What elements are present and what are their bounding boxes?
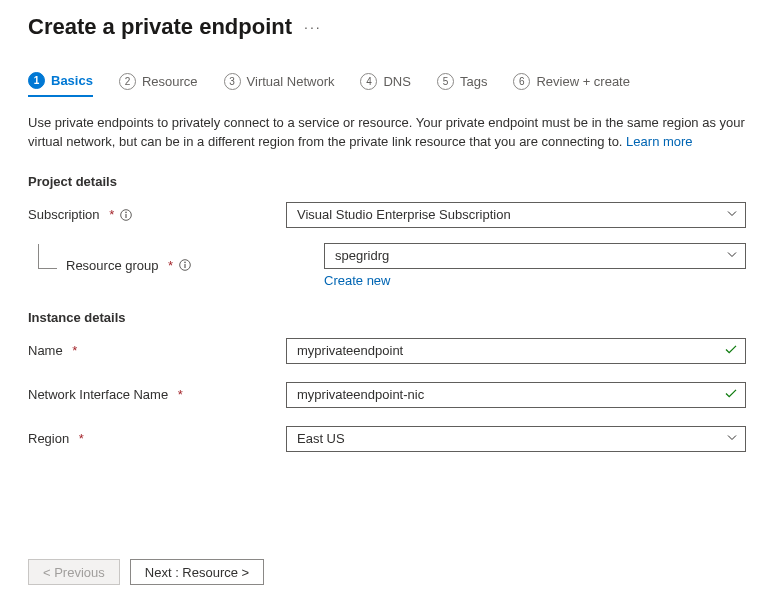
tab-basics[interactable]: 1 Basics (28, 72, 93, 97)
learn-more-link[interactable]: Learn more (626, 134, 692, 149)
tab-label: Review + create (536, 74, 630, 89)
svg-rect-5 (185, 264, 186, 268)
more-actions-icon[interactable]: ··· (304, 19, 322, 35)
subscription-select[interactable] (286, 202, 746, 228)
label-nic-name: Network Interface Name * (28, 387, 286, 402)
label-name: Name * (28, 343, 286, 358)
description-text: Use private endpoints to privately conne… (28, 114, 746, 152)
step-number-icon: 1 (28, 72, 45, 89)
section-project-details: Project details (28, 174, 746, 189)
page-title: Create a private endpoint (28, 14, 292, 40)
tab-dns[interactable]: 4 DNS (360, 73, 410, 96)
svg-rect-2 (126, 214, 127, 218)
name-input[interactable] (286, 338, 746, 364)
tab-label: Basics (51, 73, 93, 88)
tab-label: Virtual Network (247, 74, 335, 89)
tab-tags[interactable]: 5 Tags (437, 73, 487, 96)
svg-point-4 (184, 262, 186, 264)
svg-point-1 (125, 211, 127, 213)
tab-label: DNS (383, 74, 410, 89)
tree-elbow-icon (38, 244, 57, 269)
info-icon[interactable] (179, 259, 191, 271)
next-button[interactable]: Next : Resource > (130, 559, 264, 585)
step-number-icon: 2 (119, 73, 136, 90)
nic-name-input[interactable] (286, 382, 746, 408)
section-instance-details: Instance details (28, 310, 746, 325)
step-number-icon: 5 (437, 73, 454, 90)
label-subscription: Subscription * (28, 207, 286, 222)
label-region: Region * (28, 431, 286, 446)
tab-resource[interactable]: 2 Resource (119, 73, 198, 96)
create-new-link[interactable]: Create new (324, 273, 390, 288)
label-resource-group: Resource group * (28, 258, 324, 273)
step-number-icon: 4 (360, 73, 377, 90)
step-number-icon: 3 (224, 73, 241, 90)
info-icon[interactable] (120, 209, 132, 221)
tab-virtual-network[interactable]: 3 Virtual Network (224, 73, 335, 96)
previous-button: < Previous (28, 559, 120, 585)
tab-label: Tags (460, 74, 487, 89)
resource-group-select[interactable] (324, 243, 746, 269)
tab-label: Resource (142, 74, 198, 89)
wizard-tabs: 1 Basics 2 Resource 3 Virtual Network 4 … (28, 72, 746, 98)
tab-review-create[interactable]: 6 Review + create (513, 73, 630, 96)
step-number-icon: 6 (513, 73, 530, 90)
region-select[interactable] (286, 426, 746, 452)
